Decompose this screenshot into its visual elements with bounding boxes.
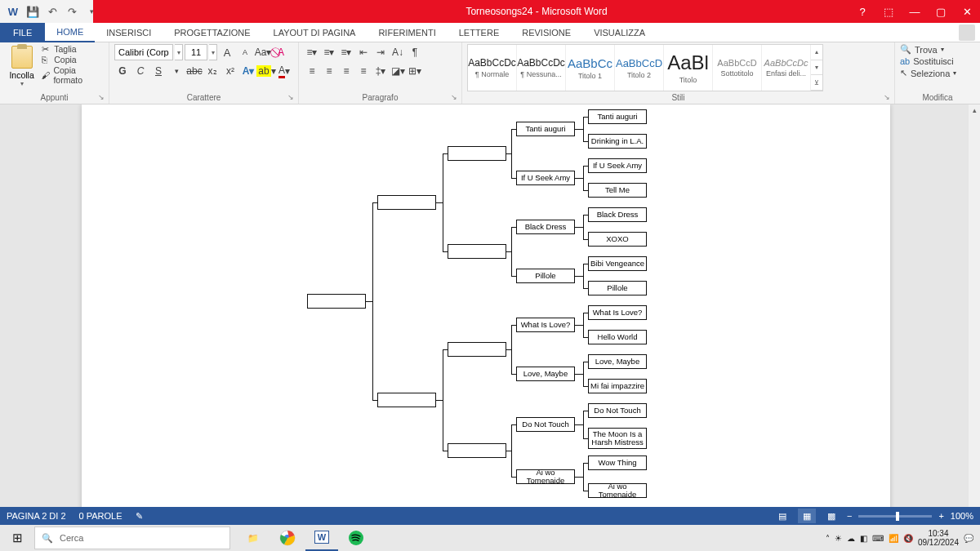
tab-review[interactable]: REVISIONE <box>510 23 582 42</box>
bracket-node: Do Not Touch <box>516 417 575 432</box>
tray-lang-icon[interactable]: ⌨ <box>872 534 884 543</box>
close-icon[interactable]: ✕ <box>954 0 980 23</box>
align-right-icon[interactable]: ≡ <box>338 63 354 79</box>
gallery-more[interactable]: ▴▾⊻ <box>811 45 822 91</box>
subscript-icon[interactable]: x₂ <box>204 63 220 79</box>
chevron-down-icon[interactable]: ▾ <box>209 44 217 60</box>
highlight-icon[interactable]: ab▾ <box>258 63 274 79</box>
tab-design[interactable]: PROGETTAZIONE <box>163 23 261 42</box>
superscript-icon[interactable]: x² <box>222 63 238 79</box>
outdent-icon[interactable]: ⇤ <box>355 44 372 60</box>
format-painter-button[interactable]: 🖌Copia formato <box>42 65 104 85</box>
paste-button[interactable]: Incolla ▾ <box>5 44 38 87</box>
shading-icon[interactable]: ◪▾ <box>390 63 406 79</box>
style-item[interactable]: AaBlTitolo <box>664 45 713 91</box>
style-item[interactable]: AaBbCcDcEnfasi deli... <box>762 45 811 91</box>
view-read-icon[interactable]: ▤ <box>773 509 791 523</box>
status-page[interactable]: PAGINA 2 DI 2 <box>7 511 66 521</box>
shrink-font-icon[interactable]: A <box>237 44 253 60</box>
account-avatar[interactable] <box>959 24 975 41</box>
minimize-icon[interactable]: — <box>902 0 928 23</box>
scroll-up-icon[interactable]: ▴ <box>969 104 980 116</box>
save-icon[interactable]: 💾 <box>24 3 41 20</box>
select-button[interactable]: ↖Seleziona▾ <box>900 68 956 78</box>
styles-gallery[interactable]: AaBbCcDc¶ NormaleAaBbCcDc¶ Nessuna...AaB… <box>467 44 823 91</box>
word-taskbar-icon[interactable]: W <box>305 525 338 551</box>
zoom-out-icon[interactable]: − <box>847 511 852 521</box>
chrome-icon[interactable] <box>271 525 304 551</box>
dialog-launcher-icon[interactable]: ↘ <box>451 93 459 101</box>
change-case-icon[interactable]: Aa▾ <box>255 44 271 60</box>
indent-icon[interactable]: ⇥ <box>372 44 389 60</box>
font-color-icon[interactable]: A▾ <box>276 63 292 79</box>
tray-app-icon[interactable]: ◧ <box>860 534 867 543</box>
explorer-icon[interactable]: 📁 <box>237 525 270 551</box>
borders-icon[interactable]: ⊞▾ <box>407 63 423 79</box>
taskbar-search[interactable]: 🔍 Cerca <box>34 527 230 549</box>
clear-format-icon[interactable]: A⃠ <box>273 44 289 60</box>
dialog-launcher-icon[interactable]: ↘ <box>287 93 296 101</box>
style-item[interactable]: AaBbCcDc¶ Normale <box>468 45 517 91</box>
undo-icon[interactable]: ↶ <box>44 3 60 20</box>
bold-icon[interactable]: G <box>114 63 131 79</box>
tray-weather-icon[interactable]: ☀ <box>835 534 842 543</box>
style-item[interactable]: AaBbCcDSottotitolo <box>713 45 762 91</box>
find-button[interactable]: 🔍Trova▾ <box>900 44 944 55</box>
align-left-icon[interactable]: ≡ <box>304 63 320 79</box>
scrollbar-vertical[interactable]: ▴ <box>969 104 980 520</box>
underline-icon[interactable]: S <box>150 63 167 79</box>
pilcrow-icon[interactable]: ¶ <box>407 44 423 60</box>
style-item[interactable]: AaBbCcTitolo 1 <box>566 45 615 91</box>
font-name-select[interactable]: Calibri (Corp <box>114 44 173 60</box>
tray-notifications-icon[interactable]: 💬 <box>964 534 973 543</box>
tab-home[interactable]: HOME <box>45 23 95 42</box>
bullets-icon[interactable]: ≡▾ <box>304 44 320 60</box>
italic-icon[interactable]: C <box>132 63 149 79</box>
cut-button[interactable]: ✂Taglia <box>42 44 104 54</box>
ribbon-display-icon[interactable]: ⬚ <box>875 0 902 23</box>
tray-volume-icon[interactable]: 🔇 <box>903 534 913 543</box>
style-item[interactable]: AaBbCcDTitolo 2 <box>615 45 664 91</box>
chevron-down-icon[interactable]: ▾ <box>175 44 183 60</box>
chevron-down-icon[interactable]: ▾ <box>168 63 185 79</box>
sort-icon[interactable]: A↓ <box>390 44 406 60</box>
tab-view[interactable]: VISUALIZZA <box>582 23 657 42</box>
copy-button[interactable]: ⎘Copia <box>42 55 104 64</box>
spotify-icon[interactable] <box>340 525 372 551</box>
view-web-icon[interactable]: ▩ <box>822 509 840 523</box>
tray-clock[interactable]: 10:34 09/12/2024 <box>918 529 959 547</box>
tab-mailings[interactable]: LETTERE <box>448 23 511 42</box>
dialog-launcher-icon[interactable]: ↘ <box>884 93 892 101</box>
numbering-icon[interactable]: ≡▾ <box>321 44 337 60</box>
tray-wifi-icon[interactable]: 📶 <box>889 534 898 543</box>
tab-file[interactable]: FILE <box>0 23 45 42</box>
zoom-level[interactable]: 100% <box>951 511 973 521</box>
font-size-select[interactable]: 11 <box>185 44 207 60</box>
grow-font-icon[interactable]: A <box>219 44 235 60</box>
redo-icon[interactable]: ↷ <box>64 3 80 20</box>
document-area[interactable]: Tanti auguriDrinking in L.A.If U Seek Am… <box>0 104 980 520</box>
tray-chevron-icon[interactable]: ˄ <box>826 534 830 543</box>
bracket-node: The Moon Is a Harsh Mistress <box>588 428 647 449</box>
tray-onedrive-icon[interactable]: ☁ <box>847 534 855 543</box>
multilevel-icon[interactable]: ≡▾ <box>338 44 354 60</box>
dialog-launcher-icon[interactable]: ↘ <box>98 93 106 101</box>
justify-icon[interactable]: ≡ <box>355 63 372 79</box>
status-words[interactable]: 0 PAROLE <box>79 511 122 521</box>
strike-icon[interactable]: abc <box>186 63 203 79</box>
line-spacing-icon[interactable]: ‡▾ <box>372 63 389 79</box>
style-item[interactable]: AaBbCcDc¶ Nessuna... <box>517 45 566 91</box>
help-icon[interactable]: ? <box>849 0 875 23</box>
align-center-icon[interactable]: ≡ <box>321 63 337 79</box>
zoom-slider[interactable] <box>858 515 932 518</box>
text-effects-icon[interactable]: A▾ <box>240 63 256 79</box>
tab-layout[interactable]: LAYOUT DI PAGINA <box>262 23 368 42</box>
view-print-icon[interactable]: ▦ <box>798 509 816 523</box>
start-button[interactable]: ⊞ <box>0 525 34 551</box>
maximize-icon[interactable]: ▢ <box>928 0 954 23</box>
replace-button[interactable]: abSostituisci <box>900 56 954 66</box>
zoom-in-icon[interactable]: + <box>938 511 943 521</box>
status-proofing-icon[interactable]: ✎ <box>136 511 143 522</box>
tab-insert[interactable]: INSERISCI <box>95 23 163 42</box>
tab-references[interactable]: RIFERIMENTI <box>367 23 447 42</box>
